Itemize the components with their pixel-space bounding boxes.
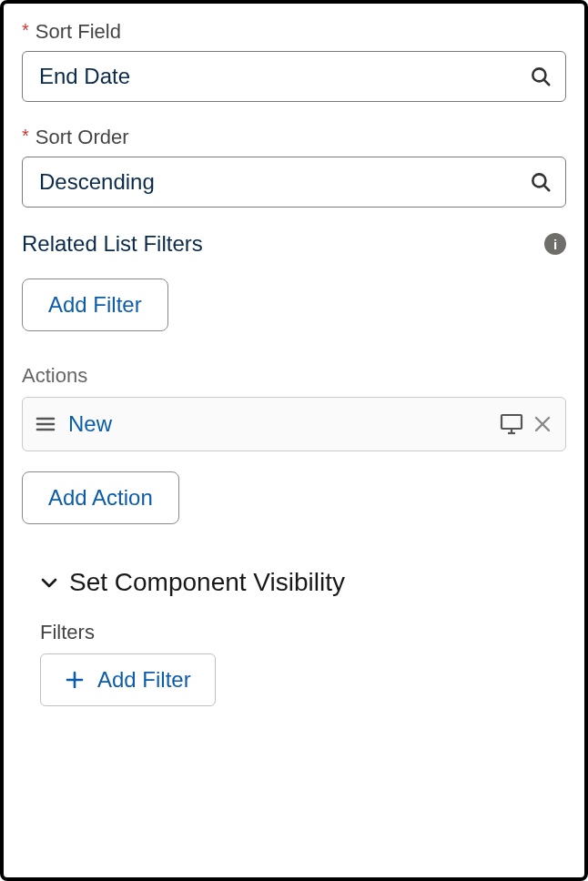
sort-order-value: Descending <box>39 169 529 195</box>
sort-order-group: * Sort Order Descending <box>22 126 566 208</box>
svg-line-3 <box>543 185 549 190</box>
visibility-add-filter-button[interactable]: Add Filter <box>40 653 216 706</box>
svg-rect-7 <box>502 415 522 429</box>
add-filter-button[interactable]: Add Filter <box>22 278 168 331</box>
action-item-label[interactable]: New <box>68 411 500 437</box>
visibility-filters-label: Filters <box>40 621 566 644</box>
sort-order-input[interactable]: Descending <box>22 157 566 208</box>
sort-field-label-row: * Sort Field <box>22 20 566 51</box>
search-icon[interactable] <box>529 170 553 194</box>
visibility-header-row[interactable]: Set Component Visibility <box>40 568 566 597</box>
required-asterisk: * <box>22 20 29 40</box>
visibility-section: Set Component Visibility Filters Add Fil… <box>22 568 566 706</box>
sort-order-label-row: * Sort Order <box>22 126 566 157</box>
action-row: New <box>22 397 566 451</box>
required-asterisk: * <box>22 126 29 146</box>
sort-field-label: Sort Field <box>35 20 121 44</box>
drag-handle-icon[interactable] <box>35 416 56 432</box>
related-list-filters-header: Related List Filters <box>22 231 203 257</box>
add-action-button-label: Add Action <box>48 485 153 511</box>
info-icon[interactable]: i <box>544 233 566 255</box>
actions-label: Actions <box>22 364 566 388</box>
visibility-add-filter-label: Add Filter <box>97 667 191 693</box>
properties-panel: * Sort Field End Date * Sort Order Desce… <box>0 0 588 881</box>
sort-order-label: Sort Order <box>35 126 129 149</box>
svg-line-1 <box>543 79 549 85</box>
add-action-button[interactable]: Add Action <box>22 471 179 524</box>
search-icon[interactable] <box>529 65 553 88</box>
add-filter-button-label: Add Filter <box>48 292 142 318</box>
sort-field-value: End Date <box>39 64 529 89</box>
sort-field-group: * Sort Field End Date <box>22 20 566 102</box>
related-list-filters-header-row: Related List Filters i <box>22 231 566 257</box>
desktop-icon[interactable] <box>500 413 523 435</box>
visibility-header-label: Set Component Visibility <box>69 568 345 597</box>
sort-field-input[interactable]: End Date <box>22 51 566 102</box>
chevron-down-icon <box>40 576 58 589</box>
plus-icon <box>65 670 85 690</box>
remove-icon[interactable] <box>532 414 553 434</box>
